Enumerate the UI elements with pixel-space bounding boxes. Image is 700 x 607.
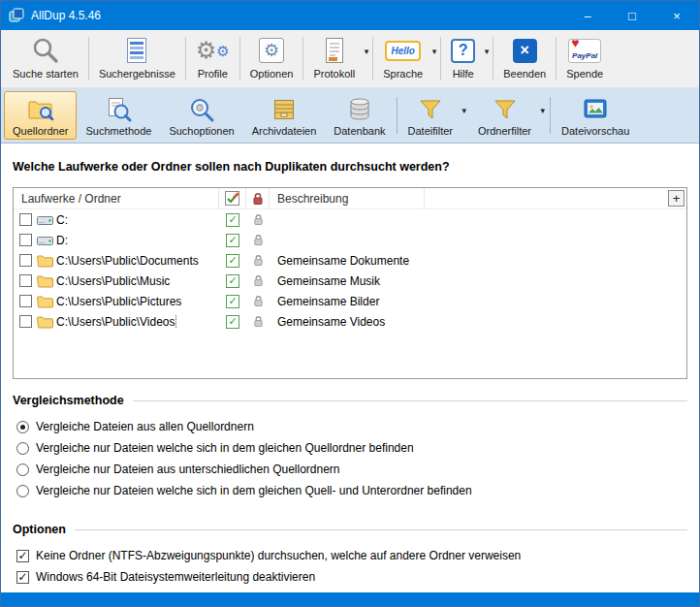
- lock-icon[interactable]: [246, 254, 270, 267]
- drive-icon: [37, 213, 56, 227]
- option-disable-fs-redirection[interactable]: ✓ Windows 64-Bit Dateisystemweiterleitun…: [16, 566, 687, 588]
- start-search-button[interactable]: Suche starten: [4, 32, 87, 85]
- help-button[interactable]: ? Hilfe ▾: [442, 32, 492, 85]
- question-mark-icon: ?: [451, 35, 475, 66]
- row-select-checkbox[interactable]: [19, 274, 32, 287]
- row-path: C:\Users\Public\Music: [56, 274, 219, 288]
- nav-button-suchoptionen[interactable]: ⚙ Suchoptionen: [160, 91, 242, 140]
- radio-button[interactable]: [16, 485, 29, 497]
- nav-button-datenbank[interactable]: Datenbank: [325, 91, 394, 140]
- row-select-checkbox[interactable]: [19, 295, 32, 307]
- lock-icon[interactable]: [246, 234, 270, 246]
- radio-label: Vergleiche nur Dateien welche sich in de…: [36, 484, 472, 497]
- nav-button-ordnerfilter[interactable]: Ordnerfilter ▾: [469, 91, 548, 140]
- button-label: Hilfe: [453, 68, 474, 80]
- app-icon: [9, 8, 24, 23]
- column-header-locked[interactable]: [246, 188, 270, 208]
- checkbox-checked[interactable]: ✓: [16, 550, 29, 562]
- paypal-heart-icon: ♥PayPal: [568, 35, 601, 66]
- search-icon: [31, 35, 60, 66]
- file-preview-icon: [582, 95, 609, 123]
- add-column-button[interactable]: +: [668, 190, 684, 207]
- column-header-enabled[interactable]: [219, 188, 246, 208]
- lock-icon[interactable]: [246, 295, 270, 307]
- button-label: Archivdateien: [252, 125, 317, 137]
- row-path: C:: [56, 213, 219, 227]
- radio-label: Vergleiche nur Dateien aus unterschiedli…: [36, 463, 340, 476]
- button-label: Spende: [566, 68, 603, 80]
- protocol-button[interactable]: Protokoll ▾: [304, 32, 371, 85]
- radio-button[interactable]: [16, 442, 29, 455]
- options-group: Optionen ✓ Keine Ordner (NTFS-Abzweigung…: [13, 523, 687, 588]
- enabled-check-icon[interactable]: ✓: [226, 274, 239, 288]
- nav-button-dateifilter[interactable]: Dateifilter ▾: [399, 91, 469, 140]
- lock-icon[interactable]: [246, 213, 270, 226]
- dropdown-arrow-icon[interactable]: ▾: [432, 47, 437, 56]
- button-label: Datenbank: [334, 125, 385, 137]
- comparison-method-group: Vergleichsmethode Vergleiche Dateien aus…: [13, 394, 687, 501]
- method-option-same-source-subfolder[interactable]: Vergleiche nur Dateien welche sich in de…: [16, 480, 687, 501]
- toolbar-separator: [556, 37, 557, 80]
- exit-x-icon: ×: [513, 35, 537, 66]
- enabled-check-icon[interactable]: ✓: [226, 213, 239, 227]
- toolbar-separator: [397, 97, 398, 134]
- search-results-button[interactable]: Suchergebnisse: [90, 32, 184, 85]
- lock-icon[interactable]: [246, 274, 270, 287]
- lock-icon[interactable]: [246, 315, 270, 328]
- column-header-path[interactable]: Laufwerke / Ordner: [14, 188, 219, 208]
- close-button[interactable]: ×: [654, 1, 699, 30]
- row-select-checkbox[interactable]: [19, 315, 32, 328]
- dropdown-arrow-icon[interactable]: ▾: [541, 106, 546, 115]
- donate-button[interactable]: ♥PayPal Spende: [557, 32, 612, 85]
- enabled-check-icon[interactable]: ✓: [226, 315, 239, 329]
- exit-button[interactable]: × Beenden: [494, 32, 555, 85]
- content-area: Welche Laufwerke oder Ordner sollen nach…: [1, 144, 699, 594]
- table-row[interactable]: D: ✓: [14, 230, 686, 250]
- table-row[interactable]: C: ✓: [14, 209, 686, 230]
- row-description: Gemeinsame Dokumente: [270, 254, 686, 268]
- method-option-all-sources[interactable]: Vergleiche Dateien aus allen Quellordner…: [16, 416, 687, 437]
- radio-button[interactable]: [16, 463, 29, 476]
- row-select-checkbox[interactable]: [19, 213, 32, 226]
- nav-button-quellordner[interactable]: Quellordner: [4, 91, 77, 140]
- button-label: Quellordner: [13, 125, 68, 137]
- dropdown-arrow-icon[interactable]: ▾: [365, 47, 369, 56]
- table-row[interactable]: C:\Users\Public\Pictures ✓ Gemeinsame Bi…: [14, 291, 686, 311]
- nav-button-dateivorschau[interactable]: Dateivorschau: [553, 91, 638, 140]
- profiles-button[interactable]: ⚙⚙ Profile: [187, 32, 239, 85]
- radio-button[interactable]: [16, 421, 29, 433]
- hello-bubble-icon: Hello: [385, 35, 420, 66]
- enabled-check-icon[interactable]: ✓: [226, 295, 239, 308]
- dropdown-arrow-icon[interactable]: ▾: [461, 106, 466, 115]
- row-select-checkbox[interactable]: [19, 234, 32, 246]
- maximize-button[interactable]: □: [610, 1, 654, 30]
- toolbar-separator: [493, 37, 493, 80]
- gear-box-icon: ⚙: [259, 35, 284, 66]
- toolbar-separator: [440, 37, 441, 80]
- toolbar-separator: [88, 37, 89, 80]
- minimize-button[interactable]: –: [565, 1, 610, 30]
- row-select-checkbox[interactable]: [19, 254, 32, 267]
- checkbox-label: Windows 64-Bit Dateisystemweiterleitung …: [36, 570, 315, 584]
- file-filter-funnel-icon: [417, 95, 444, 123]
- nav-button-archivdateien[interactable]: Archivdateien: [243, 91, 326, 140]
- table-row[interactable]: C:\Users\Public\Documents ✓ Gemeinsame D…: [14, 250, 686, 271]
- table-row[interactable]: C:\Users\Public\Videos ✓ Gemeinsame Vide…: [14, 311, 686, 332]
- checkbox-checked[interactable]: ✓: [16, 571, 29, 584]
- nav-button-suchmethode[interactable]: Suchmethode: [77, 91, 160, 140]
- row-description: Gemeinsame Videos: [270, 315, 686, 329]
- method-option-same-source[interactable]: Vergleiche nur Dateien welche sich in de…: [16, 437, 687, 459]
- enabled-check-icon[interactable]: ✓: [226, 254, 239, 268]
- enabled-check-icon[interactable]: ✓: [226, 234, 239, 247]
- row-path: C:\Users\Public\Documents: [56, 254, 219, 268]
- column-header-description[interactable]: Beschreibung: [270, 188, 425, 208]
- radio-label: Vergleiche nur Dateien welche sich in de…: [36, 441, 414, 455]
- table-row[interactable]: C:\Users\Public\Music ✓ Gemeinsame Musik: [14, 271, 686, 291]
- settings-nav-toolbar: Quellordner Suchmethode ⚙ Suchoptionen A…: [1, 88, 699, 144]
- options-button[interactable]: ⚙ Optionen: [241, 32, 302, 85]
- option-ntfs-junctions[interactable]: ✓ Keine Ordner (NTFS-Abzweigungspunkte) …: [16, 545, 687, 566]
- toolbar-separator: [302, 37, 303, 80]
- language-button[interactable]: Hello Sprache ▾: [374, 32, 439, 85]
- dropdown-arrow-icon[interactable]: ▾: [485, 47, 490, 56]
- method-option-different-sources[interactable]: Vergleiche nur Dateien aus unterschiedli…: [16, 459, 687, 480]
